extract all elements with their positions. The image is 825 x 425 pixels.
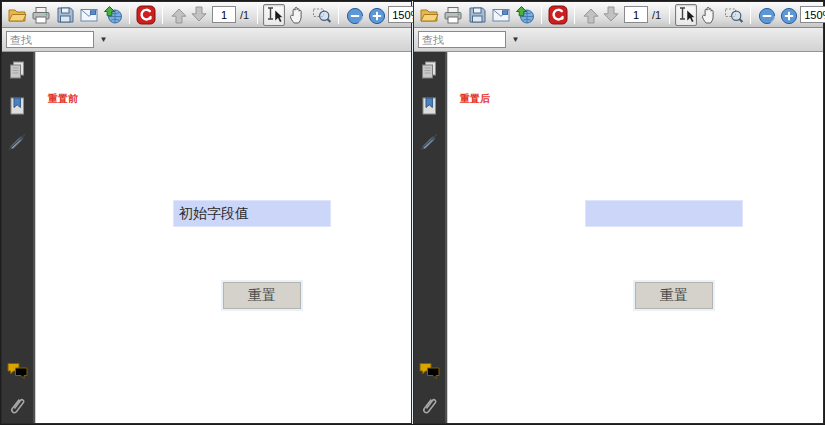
pdf-page: 重置前 重置	[35, 52, 411, 423]
bookmarks-panel-button[interactable]	[417, 94, 443, 120]
select-tool-button[interactable]	[263, 4, 285, 26]
pane-body: 重置前 重置	[2, 52, 411, 423]
navigation-sidebar	[2, 52, 35, 423]
next-page-button[interactable]	[602, 4, 622, 26]
zoom-in-button[interactable]	[366, 4, 386, 26]
comments-panel-button[interactable]	[5, 357, 31, 383]
toolbar-separator	[257, 6, 258, 24]
form-text-field[interactable]	[173, 200, 331, 227]
zoom-level-input[interactable]	[800, 6, 825, 23]
page-total-label: /1	[240, 9, 249, 21]
find-input[interactable]	[418, 31, 506, 48]
navigation-sidebar	[414, 52, 447, 423]
print-button[interactable]	[442, 4, 464, 26]
previous-page-button[interactable]	[580, 4, 600, 26]
save-button[interactable]	[54, 4, 76, 26]
attachments-panel-button[interactable]	[417, 393, 443, 419]
zoom-out-button[interactable]	[756, 4, 776, 26]
pdf-window-after: /1 ▼ 重置后 重置	[413, 1, 824, 424]
app-window: /1 ▼ 重置前 重置	[0, 0, 825, 425]
toolbar-separator	[574, 6, 575, 24]
toolbar: /1	[414, 2, 823, 28]
brand-icon[interactable]	[135, 4, 157, 26]
toolbar-separator	[750, 6, 751, 24]
attachments-panel-button[interactable]	[5, 393, 31, 419]
find-bar: ▼	[2, 28, 411, 52]
pdf-window-before: /1 ▼ 重置前 重置	[1, 1, 412, 424]
comments-panel-button[interactable]	[417, 357, 443, 383]
bookmarks-panel-button[interactable]	[5, 94, 31, 120]
reset-button[interactable]: 重置	[635, 282, 713, 309]
share-upload-button[interactable]	[514, 4, 536, 26]
print-button[interactable]	[30, 4, 52, 26]
page-heading: 重置后	[460, 92, 490, 106]
email-button[interactable]	[78, 4, 100, 26]
toolbar-separator	[129, 6, 130, 24]
signature-panel-button[interactable]	[5, 130, 31, 156]
signature-panel-button[interactable]	[417, 130, 443, 156]
find-input[interactable]	[6, 31, 94, 48]
save-button[interactable]	[466, 4, 488, 26]
reset-button[interactable]: 重置	[223, 282, 301, 309]
zoom-in-button[interactable]	[778, 4, 798, 26]
form-text-field[interactable]	[585, 200, 743, 227]
select-tool-button[interactable]	[675, 4, 697, 26]
chevron-down-icon[interactable]: ▼	[96, 31, 111, 48]
pages-panel-button[interactable]	[417, 58, 443, 84]
page-total-label: /1	[652, 9, 661, 21]
toolbar-separator	[541, 6, 542, 24]
pdf-page: 重置后 重置	[447, 52, 823, 423]
email-button[interactable]	[490, 4, 512, 26]
next-page-button[interactable]	[190, 4, 210, 26]
hand-tool-button[interactable]	[699, 4, 721, 26]
toolbar-separator	[162, 6, 163, 24]
pages-panel-button[interactable]	[5, 58, 31, 84]
share-upload-button[interactable]	[102, 4, 124, 26]
hand-tool-button[interactable]	[287, 4, 309, 26]
page-number-input[interactable]	[212, 6, 236, 23]
find-bar: ▼	[414, 28, 823, 52]
toolbar: /1	[2, 2, 411, 28]
page-heading: 重置前	[48, 92, 78, 106]
brand-icon[interactable]	[547, 4, 569, 26]
zoom-marquee-button[interactable]	[311, 4, 333, 26]
page-number-input[interactable]	[624, 6, 648, 23]
chevron-down-icon[interactable]: ▼	[508, 31, 523, 48]
previous-page-button[interactable]	[168, 4, 188, 26]
open-button[interactable]	[418, 4, 440, 26]
zoom-out-button[interactable]	[344, 4, 364, 26]
open-button[interactable]	[6, 4, 28, 26]
toolbar-separator	[669, 6, 670, 24]
toolbar-separator	[338, 6, 339, 24]
zoom-marquee-button[interactable]	[723, 4, 745, 26]
pane-body: 重置后 重置	[414, 52, 823, 423]
